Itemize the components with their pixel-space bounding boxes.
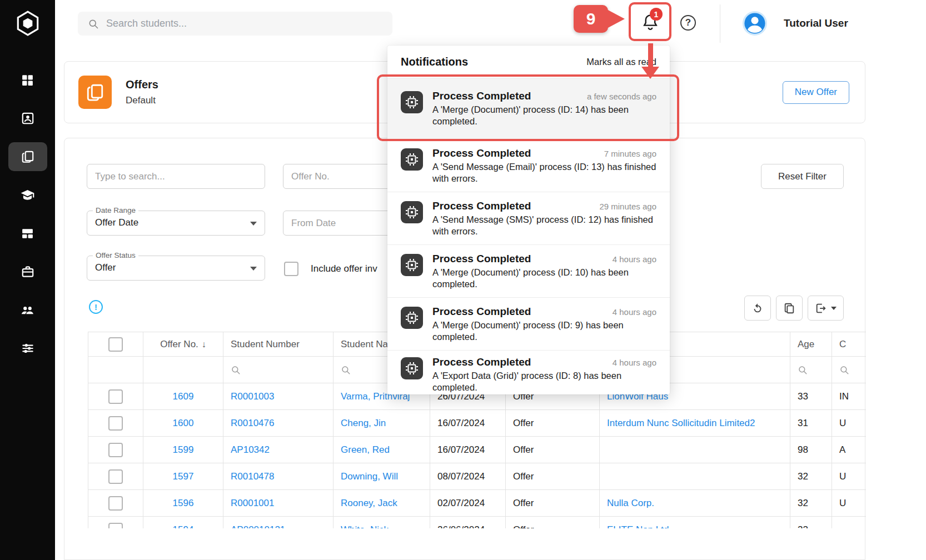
extra-cell [832,517,867,529]
notifications-header: Notifications Marks all as read [387,46,670,78]
sidebar [0,0,55,560]
date-range-value: Offer Date [95,217,138,228]
sidebar-item-services[interactable] [8,257,47,286]
documents-icon [86,83,104,102]
age-cell: 31 [790,410,832,437]
sidebar-item-boards[interactable] [8,219,47,248]
refresh-button[interactable] [744,296,771,321]
notification-item[interactable]: Process Completed4 hours ago A 'Merge (D… [387,297,670,350]
include-offer-checkbox[interactable] [284,262,298,276]
sidebar-nav [0,66,55,363]
notification-time: 7 minutes ago [604,149,656,158]
filter-search-input[interactable] [87,164,265,189]
select-all-checkbox[interactable] [108,337,123,352]
status-cell: Offer [506,410,600,437]
notification-time: 29 minutes ago [599,202,656,211]
offer-link[interactable]: 1600 [173,418,194,428]
notification-item[interactable]: Process Completeda few seconds ago A 'Me… [387,78,670,139]
student-number-link[interactable]: R0010476 [231,418,274,428]
offer-link[interactable]: 1596 [173,498,194,508]
export-button[interactable] [808,296,844,321]
student-number-filter[interactable] [223,357,333,383]
col-student-number[interactable]: Student Number [223,332,333,357]
col-extra[interactable]: C [832,332,867,357]
student-number-link[interactable]: R0001003 [231,391,274,402]
student-number-link[interactable]: AP10342 [231,444,270,455]
company-link[interactable]: Interdum Nunc Sollicitudin Limited2 [607,418,755,428]
top-bar: 1 ? Tutorial User [55,0,926,47]
age-cell: 98 [790,437,832,463]
copy-button[interactable] [776,296,803,321]
row-checkbox[interactable] [108,389,123,404]
sidebar-item-contacts[interactable] [8,104,47,133]
status-cell: Offer [506,490,600,517]
date-range-select[interactable]: Date Range Offer Date [87,211,265,236]
new-offer-button[interactable]: New Offer [783,81,849,104]
offer-link[interactable]: 1609 [173,391,194,402]
help-button[interactable]: ? [680,15,696,31]
offer-status-select[interactable]: Offer Status Offer [87,256,265,281]
notification-title: Process Completed [432,200,531,212]
search-icon [88,18,99,29]
app-logo[interactable] [0,7,55,40]
sidebar-item-settings[interactable] [8,334,47,363]
user-menu[interactable]: Tutorial User [741,10,848,37]
notification-item[interactable]: Process Completed4 hours ago A 'Merge (D… [387,244,670,297]
process-icon [401,91,423,113]
table-row: 1594 AP00010121 White, Nick 26/06/2024 O… [88,517,867,529]
reset-filter-button[interactable]: Reset Filter [761,164,844,189]
notification-message: A 'Merge (Document)' process (ID: 10) ha… [432,267,656,290]
student-name-link[interactable]: Green, Red [341,444,390,455]
col-age[interactable]: Age [790,332,832,357]
sidebar-item-agents[interactable] [8,296,47,324]
company-link[interactable]: ELITE Non Ltd [607,524,669,529]
student-number-link[interactable]: R0010478 [231,471,274,482]
col-offer-no-label: Offer No. [160,339,198,349]
mark-all-read-button[interactable]: Marks all as read [586,57,656,67]
search-input[interactable] [106,18,379,29]
notification-time: 4 hours ago [613,254,656,264]
student-name-link[interactable]: White, Nick [341,524,389,529]
age-cell: 32 [790,490,832,517]
sidebar-item-dashboard[interactable] [8,66,47,94]
sidebar-item-offers[interactable] [8,142,47,171]
offer-link[interactable]: 1599 [173,444,194,455]
offer-link[interactable]: 1594 [173,524,194,529]
search-icon [231,365,241,375]
offers-page-icon [78,76,112,109]
company-link[interactable]: Nulla Corp. [607,498,654,508]
process-icon [401,307,423,329]
notification-item[interactable]: Process Completed7 minutes ago A 'Send M… [387,139,670,192]
offer-date-cell: 08/07/2024 [430,463,506,490]
table-row: 1599 AP10342 Green, Red 16/07/2024 Offer… [88,437,867,463]
notifications-panel: Notifications Marks all as read Process … [387,46,670,394]
age-filter[interactable] [790,357,832,383]
student-name-link[interactable]: Downing, Will [341,471,398,482]
sidebar-item-students[interactable] [8,181,47,209]
offer-link[interactable]: 1597 [173,471,194,482]
notification-message: A 'Merge (Document)' process (ID: 9) has… [432,319,656,343]
student-number-link[interactable]: AP00010121 [231,524,285,529]
dashboard-icon [21,73,34,87]
row-checkbox[interactable] [108,523,123,529]
extra-cell: U [832,463,867,490]
row-checkbox[interactable] [108,496,123,511]
student-search-box[interactable] [78,12,392,36]
col-offer-no[interactable]: Offer No.↓ [143,332,223,357]
include-offer-label: Include offer inv [311,263,377,274]
offer-status-label: Offer Status [93,251,138,259]
table-row: 1597 R0010478 Downing, Will 08/07/2024 O… [88,463,867,490]
row-checkbox[interactable] [108,469,123,484]
student-number-link[interactable]: R0001001 [231,498,274,508]
include-offer-checkbox-row: Include offer inv [284,262,377,276]
notification-item[interactable]: Process Completed29 minutes ago A 'Send … [387,192,670,244]
student-name-link[interactable]: Rooney, Jack [341,498,397,508]
notification-item[interactable]: Process Completed4 hours ago A 'Export D… [387,350,670,394]
row-checkbox[interactable] [108,416,123,431]
col-select [88,332,143,357]
extra-filter[interactable] [832,357,867,383]
row-checkbox[interactable] [108,443,123,457]
chevron-down-icon [250,267,257,271]
info-icon[interactable]: ! [89,300,103,314]
student-name-link[interactable]: Cheng, Jin [341,418,386,428]
